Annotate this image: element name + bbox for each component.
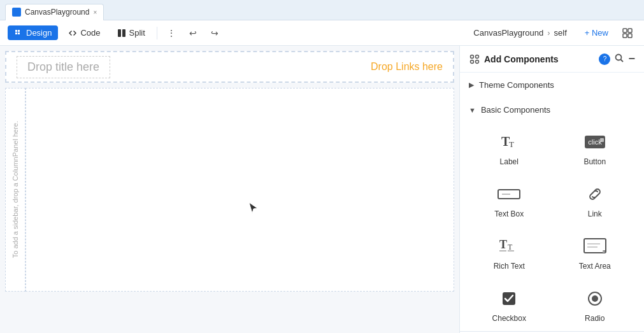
components-panel-icon: [469, 53, 480, 65]
tab-favicon: [12, 8, 21, 17]
svg-rect-0: [118, 29, 121, 37]
svg-text:click: click: [588, 138, 602, 146]
svg-text:T: T: [499, 238, 507, 251]
component-link-item[interactable]: Link: [552, 174, 638, 227]
breadcrumb-app: CanvasPlayground: [473, 28, 543, 38]
tab-bar: CanvasPlayground ×: [0, 0, 644, 20]
canvas-area[interactable]: Drop title here Drop Links here To add a…: [0, 46, 459, 333]
button-component-label: Button: [583, 157, 606, 166]
basic-components-toggle[interactable]: ▼ Basic Components: [460, 101, 644, 118]
tab-close-button[interactable]: ×: [93, 9, 97, 16]
code-icon: [68, 29, 77, 38]
svg-point-28: [592, 295, 598, 302]
basic-chevron-down-icon: ▼: [469, 106, 476, 114]
richtext-icon: T T: [495, 235, 523, 258]
component-grid: T T Label click Button: [460, 122, 644, 331]
design-button[interactable]: Design: [8, 25, 58, 40]
svg-rect-2: [623, 29, 627, 32]
layout-button[interactable]: [619, 24, 636, 42]
basic-components-label: Basic Components: [481, 105, 550, 115]
textarea-component-label: Text Area: [579, 262, 611, 271]
add-components-header: Add Components ? −: [460, 46, 644, 73]
active-tab[interactable]: CanvasPlayground ×: [5, 4, 104, 20]
split-button[interactable]: Split: [111, 25, 152, 40]
theme-components-toggle[interactable]: ▶ Theme Components: [460, 76, 644, 94]
canvas-body: To add a sidebar, drop a ColumnPanel her…: [5, 88, 454, 292]
more-options-button[interactable]: ⋮: [162, 24, 180, 42]
search-button[interactable]: [614, 53, 624, 66]
svg-rect-23: [584, 239, 606, 253]
new-button[interactable]: + New: [578, 25, 615, 40]
component-richtext-item[interactable]: T T Rich Text: [466, 227, 552, 279]
textarea-icon: [581, 235, 609, 258]
component-radio-item[interactable]: Radio: [552, 279, 638, 331]
basic-section: ▼ Basic Components: [460, 97, 644, 122]
code-button[interactable]: Code: [62, 25, 106, 40]
checkbox-component-label: Checkbox: [492, 314, 526, 323]
undo-button[interactable]: ↩: [184, 24, 202, 42]
add-components-help[interactable]: ?: [599, 53, 610, 65]
textbox-component-label: Text Box: [494, 209, 524, 218]
button-icon: click: [581, 131, 609, 153]
split-icon: [117, 29, 126, 38]
svg-rect-4: [623, 34, 627, 38]
label-component-label: Label: [500, 157, 519, 166]
theme-chevron-right-icon: ▶: [469, 81, 474, 89]
svg-point-8: [471, 60, 474, 63]
link-icon: [581, 183, 609, 206]
svg-text:T: T: [509, 139, 514, 149]
toolbar-divider-1: [157, 27, 157, 39]
component-textbox-item[interactable]: Text Box: [466, 174, 552, 227]
svg-rect-16: [600, 138, 604, 142]
toolbar: Design Code Split ⋮ ↩ ↪ CanvasPlayground…: [0, 20, 644, 46]
breadcrumb-separator: ›: [547, 28, 550, 38]
checkbox-icon: [495, 287, 523, 310]
collapse-button[interactable]: −: [628, 52, 635, 66]
right-panel: Add Components ? − ▶ Theme Components ▼ …: [459, 46, 644, 333]
canvas-content[interactable]: [25, 88, 454, 292]
sidebar-hint-text: To add a sidebar, drop a ColumnPanel her…: [11, 121, 19, 258]
cursor-indicator: [248, 202, 259, 215]
canvas-header: Drop title here Drop Links here: [5, 51, 454, 83]
redo-button[interactable]: ↪: [206, 24, 224, 42]
label-icon: T T: [495, 131, 523, 153]
layout-icon: [622, 28, 633, 38]
svg-point-7: [476, 55, 479, 58]
theme-components-label: Theme Components: [479, 80, 554, 90]
main-layout: Drop title here Drop Links here To add a…: [0, 46, 644, 333]
radio-icon: [581, 287, 609, 310]
radio-component-label: Radio: [585, 314, 605, 323]
breadcrumb-page: self: [554, 28, 567, 38]
new-button-label: + New: [585, 28, 608, 38]
svg-rect-3: [628, 29, 632, 32]
richtext-component-label: Rich Text: [494, 262, 525, 271]
svg-point-6: [471, 55, 474, 58]
component-label-item[interactable]: T T Label: [466, 122, 552, 174]
svg-point-9: [476, 60, 479, 63]
textbox-icon: [495, 183, 523, 206]
component-checkbox-item[interactable]: Checkbox: [466, 279, 552, 331]
drop-links-zone[interactable]: Drop Links here: [371, 61, 443, 73]
svg-rect-1: [122, 29, 125, 37]
sidebar-hint-panel[interactable]: To add a sidebar, drop a ColumnPanel her…: [5, 88, 25, 292]
svg-text:T: T: [508, 243, 513, 252]
drop-title-zone[interactable]: Drop title here: [17, 56, 110, 78]
design-icon: [14, 29, 23, 38]
component-textarea-item[interactable]: Text Area: [552, 227, 638, 279]
add-components-title: Add Components: [484, 54, 595, 64]
theme-section: ▶ Theme Components: [460, 73, 644, 97]
tab-title: CanvasPlayground: [25, 8, 89, 17]
component-button-item[interactable]: click Button: [552, 122, 638, 174]
breadcrumb: CanvasPlayground › self: [473, 28, 566, 38]
svg-point-10: [616, 54, 622, 60]
link-component-label: Link: [588, 209, 602, 218]
svg-rect-5: [628, 34, 632, 38]
svg-line-11: [621, 59, 624, 62]
